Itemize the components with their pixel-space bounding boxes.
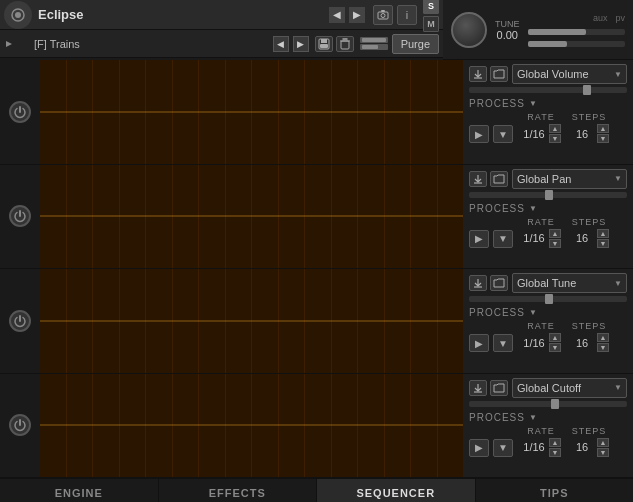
lane-2-steps-up[interactable]: ▲ xyxy=(597,229,609,238)
tab-tips[interactable]: TIPS xyxy=(476,479,634,502)
lane-2-icons xyxy=(469,171,508,187)
lane-2-steps-down[interactable]: ▼ xyxy=(597,239,609,248)
download-icon-3 xyxy=(472,277,484,289)
s-button[interactable]: S xyxy=(423,0,439,14)
tune-knob[interactable] xyxy=(451,12,487,48)
lane-3-save-icon[interactable] xyxy=(469,275,487,291)
lane-1-steps-down[interactable]: ▼ xyxy=(597,134,609,143)
lane-1-rate-down[interactable]: ▼ xyxy=(549,134,561,143)
lane-1-slider[interactable] xyxy=(469,87,627,93)
lane-4-rate-down[interactable]: ▼ xyxy=(549,448,561,457)
lane-4-play-button[interactable]: ▶ xyxy=(469,439,489,457)
lane-2-steps-control: 16 ▲ ▼ xyxy=(569,229,609,248)
lane-4-save-icon[interactable] xyxy=(469,380,487,396)
svg-rect-7 xyxy=(321,39,327,43)
folder-icon-3 xyxy=(493,278,505,288)
sub-next-button[interactable]: ▶ xyxy=(293,36,309,52)
power-icon-4 xyxy=(13,418,27,432)
lane-2-save-icon[interactable] xyxy=(469,171,487,187)
nav-prev-button[interactable]: ◀ xyxy=(329,7,345,23)
lane-2-play-button[interactable]: ▶ xyxy=(469,230,489,248)
camera-icon-button[interactable] xyxy=(373,5,393,25)
footer-tabs: ENGINE EFFECTS SEQUENCER TIPS xyxy=(0,478,633,502)
lane-4-dropdown-label: Global Cutoff xyxy=(517,382,581,394)
lane-2-dropdown[interactable]: Global Pan ▼ xyxy=(512,169,627,189)
power-btn-row-4 xyxy=(0,374,40,479)
lane-4-top: Global Cutoff ▼ xyxy=(469,378,627,398)
lane-3-play-button[interactable]: ▶ xyxy=(469,334,489,352)
info-icon-button[interactable]: i xyxy=(397,5,417,25)
lane-1-line xyxy=(40,111,463,112)
lane-4-dropdown[interactable]: Global Cutoff ▼ xyxy=(512,378,627,398)
nav-next-button[interactable]: ▶ xyxy=(349,7,365,23)
lane-1-process-arrow[interactable]: ▼ xyxy=(529,99,537,108)
lane-2-rate-label: RATE xyxy=(527,217,554,227)
svg-rect-8 xyxy=(320,44,328,48)
pv-slider[interactable] xyxy=(528,41,626,47)
sub-prev-button[interactable]: ◀ xyxy=(273,36,289,52)
power-button-1[interactable] xyxy=(9,101,31,123)
lane-1-slider-thumb xyxy=(583,85,591,95)
lane-3-rate-down[interactable]: ▼ xyxy=(549,343,561,352)
lane-2-rate-value: 1/16 xyxy=(521,232,547,244)
lane-4-steps-up[interactable]: ▲ xyxy=(597,438,609,447)
lane-1-rate-value: 1/16 xyxy=(521,128,547,140)
header-icons: i xyxy=(373,5,417,25)
lane-2-rate-down[interactable]: ▼ xyxy=(549,239,561,248)
lane-4-slider-row xyxy=(469,401,627,409)
lane-3-steps-up[interactable]: ▲ xyxy=(597,333,609,342)
lane-2-slider[interactable] xyxy=(469,192,627,198)
tune-sliders: aux pv xyxy=(528,13,626,47)
lane-4-steps-down[interactable]: ▼ xyxy=(597,448,609,457)
lane-1-stop-button[interactable]: ▼ xyxy=(493,125,513,143)
lane-3-dropdown[interactable]: Global Tune ▼ xyxy=(512,273,627,293)
lane-1-steps-up[interactable]: ▲ xyxy=(597,124,609,133)
m-button[interactable]: M xyxy=(423,16,439,32)
main-header: Eclipse ◀ ▶ i S M xyxy=(0,0,443,30)
lane-1-dropdown[interactable]: Global Volume ▼ xyxy=(512,64,627,84)
folder-icon-2 xyxy=(493,174,505,184)
lane-2-process-arrow[interactable]: ▼ xyxy=(529,204,537,213)
lane-3-folder-icon[interactable] xyxy=(490,275,508,291)
lane-2-folder-icon[interactable] xyxy=(490,171,508,187)
power-button-4[interactable] xyxy=(9,414,31,436)
lane-4-controls: Global Cutoff ▼ PROCESS ▼ ▶ ▼ RATE xyxy=(463,374,633,479)
tab-engine[interactable]: ENGINE xyxy=(0,479,159,502)
lane-3-rate-label: RATE xyxy=(527,321,554,331)
delete-icon-button[interactable] xyxy=(336,36,354,52)
power-button-3[interactable] xyxy=(9,310,31,332)
lane-1-play-button[interactable]: ▶ xyxy=(469,125,489,143)
lane-1-play-row: ▶ ▼ xyxy=(469,125,513,143)
lane-3-slider[interactable] xyxy=(469,296,627,302)
tab-sequencer[interactable]: SEQUENCER xyxy=(317,479,476,502)
lane-4-folder-icon[interactable] xyxy=(490,380,508,396)
lane-2-stop-button[interactable]: ▼ xyxy=(493,230,513,248)
lane-1-save-icon[interactable] xyxy=(469,66,487,82)
lane-4-process-arrow[interactable]: ▼ xyxy=(529,413,537,422)
lane-2-process-label: PROCESS xyxy=(469,203,525,214)
lane-3-stop-button[interactable]: ▼ xyxy=(493,334,513,352)
lane-1-folder-icon[interactable] xyxy=(490,66,508,82)
sub-header: [F] Trains ◀ ▶ xyxy=(0,30,443,58)
lane-2-rate-up[interactable]: ▲ xyxy=(549,229,561,238)
lane-1-rate-up[interactable]: ▲ xyxy=(549,124,561,133)
lane-4-stop-button[interactable]: ▼ xyxy=(493,439,513,457)
lane-4-rate-up[interactable]: ▲ xyxy=(549,438,561,447)
lane-1-rate-label: RATE xyxy=(527,112,554,122)
lane-4-slider[interactable] xyxy=(469,401,627,407)
purge-button[interactable]: Purge xyxy=(392,34,439,54)
save-icon-button[interactable] xyxy=(315,36,333,52)
info-icon: i xyxy=(406,9,408,21)
lane-3-steps-down[interactable]: ▼ xyxy=(597,343,609,352)
lane-3-rate-up[interactable]: ▲ xyxy=(549,333,561,342)
lane-2-top: Global Pan ▼ xyxy=(469,169,627,189)
app-title: Eclipse xyxy=(38,7,329,22)
lane-1-icons xyxy=(469,66,508,82)
lane-2-steps-group: STEPS 16 ▲ ▼ xyxy=(569,217,609,248)
tune-label: Tune xyxy=(495,19,520,29)
lane-4-steps-spinners: ▲ ▼ xyxy=(597,438,609,457)
tab-effects[interactable]: EFFECTS xyxy=(159,479,318,502)
aux-slider[interactable] xyxy=(528,29,626,35)
power-button-2[interactable] xyxy=(9,205,31,227)
lane-3-process-arrow[interactable]: ▼ xyxy=(529,308,537,317)
